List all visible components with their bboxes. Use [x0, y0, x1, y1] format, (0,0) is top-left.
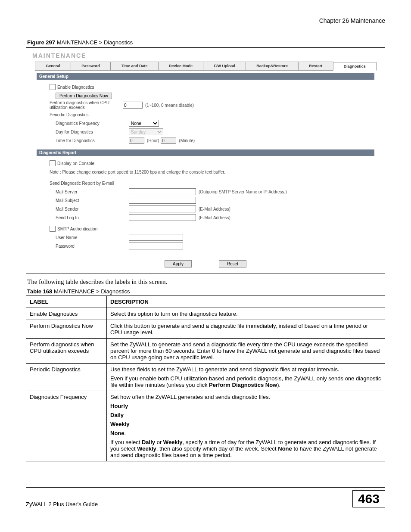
tab-bar: General Password Time and Date Device Mo…: [35, 62, 376, 71]
td-label: Diagnostics Frequency: [26, 391, 107, 461]
body-text: The following table describes the labels…: [27, 278, 385, 286]
mail-subject-label: Mail Subject: [50, 198, 129, 203]
td-label: Perform Diagnostics Now: [26, 320, 107, 339]
desc-p2: Even if you enable both CPU utilization-…: [110, 375, 381, 388]
tab-diagnostics[interactable]: Diagnostics: [333, 62, 377, 71]
freq-select[interactable]: None: [129, 120, 159, 127]
panel-body: General Setup Enable Diagnostics Perform…: [37, 73, 374, 268]
table-title: MAINTENANCE > Diagnostics: [52, 288, 130, 295]
td-desc: Set how often the ZyWALL generates and s…: [107, 391, 385, 461]
tab-backup-restore[interactable]: Backup&Restore: [246, 62, 299, 70]
diagnostic-report-bar: Diagnostic Report: [37, 149, 374, 156]
apply-button[interactable]: Apply: [165, 260, 192, 268]
cpu-util-input[interactable]: [123, 102, 143, 109]
mail-server-label: Mail Server: [50, 190, 129, 194]
opt-none: None: [110, 430, 125, 436]
enable-diagnostics-label: Enable Diagnostics: [57, 85, 94, 90]
hour-hint: (Hour): [147, 138, 159, 143]
reset-button[interactable]: Reset: [219, 260, 246, 268]
t-strong: Weekly: [137, 445, 156, 452]
time-min-input[interactable]: [161, 137, 176, 144]
screenshot-panel: MAINTENANCE General Password Time and Da…: [26, 47, 385, 274]
opt-weekly: Weekly: [110, 421, 130, 427]
enable-diagnostics-checkbox[interactable]: [50, 84, 56, 90]
display-console-label: Display on Console: [57, 161, 94, 166]
figure-caption: Figure 297 MAINTENANCE > Diagnostics: [27, 39, 385, 46]
mail-sender-label: Mail Sender: [50, 207, 129, 212]
mail-server-hint: (Outgoing SMTP Server Name or IP Address…: [199, 190, 287, 194]
t: ).: [277, 382, 280, 388]
perform-diagnostics-now-button[interactable]: Perform Diagnostics Now: [56, 93, 112, 99]
tab-password[interactable]: Password: [71, 62, 111, 70]
th-label: LABEL: [26, 296, 107, 308]
figure-number: Figure 297: [27, 39, 55, 46]
table-row: Enable Diagnostics Select this option to…: [26, 308, 385, 320]
send-log-hint: (E-Mail Address): [199, 215, 230, 220]
periodic-diag-label: Periodic Diagnostics: [50, 112, 123, 117]
username-label: User Name: [50, 235, 129, 240]
password-input[interactable]: [129, 243, 183, 249]
display-console-checkbox[interactable]: [50, 160, 56, 166]
th-description: DESCRIPTION: [107, 296, 385, 308]
day-select[interactable]: Sunday: [129, 128, 163, 135]
send-log-input[interactable]: [129, 214, 196, 221]
desc-p2: If you select Daily or Weekly, specify a…: [110, 439, 381, 458]
td-desc: Use these fields to set the ZyWALL to ge…: [107, 364, 385, 391]
t: , then also specify which day of the wee…: [156, 445, 278, 452]
footer-page-number: 463: [352, 490, 385, 507]
td-label: Perform diagnostics when CPU utilization…: [26, 339, 107, 364]
cpu-util-label: Perform diagnostics when CPU utilization…: [50, 100, 123, 110]
general-setup-body: Enable Diagnostics Perform Diagnostics N…: [37, 80, 374, 147]
tab-restart[interactable]: Restart: [298, 62, 333, 70]
password-label: Password: [50, 244, 129, 249]
t-strong: Perform Diagnostics Now: [209, 382, 277, 388]
tab-fw-upload[interactable]: F/W Upload: [203, 62, 246, 70]
chapter-header: Chapter 26 Maintenance: [26, 17, 385, 24]
table-row: Periodic Diagnostics Use these fields to…: [26, 364, 385, 391]
t: or: [155, 439, 163, 445]
td-desc: Select this option to turn on the diagno…: [107, 308, 385, 320]
send-log-label: Send Log to: [50, 215, 129, 220]
desc-p1: Use these fields to set the ZyWALL to ge…: [110, 366, 381, 373]
smtp-auth-label: SMTP Authentication: [57, 227, 97, 231]
mail-sender-hint: (E-Mail Address): [199, 207, 230, 212]
opt-hourly: Hourly: [110, 403, 128, 409]
smtp-auth-checkbox[interactable]: [50, 226, 56, 232]
day-label: Day for Diagnostics: [50, 130, 129, 134]
table-row: Perform diagnostics when CPU utilization…: [26, 339, 385, 364]
table-row: Diagnostics Frequency Set how often the …: [26, 391, 385, 461]
td-label: Periodic Diagnostics: [26, 364, 107, 391]
maintenance-title: MAINTENANCE: [32, 52, 380, 59]
minute-hint: (Minute): [179, 138, 195, 143]
table-row: Perform Diagnostics Now Click this butto…: [26, 320, 385, 339]
mail-subject-input[interactable]: [129, 197, 196, 204]
send-report-email-label: Send Diagnostic Report by E-mail: [50, 181, 114, 186]
description-table: LABEL DESCRIPTION Enable Diagnostics Sel…: [26, 296, 385, 461]
table-number: Table 168: [27, 288, 52, 295]
freq-label: Diagnostics Frequency: [50, 121, 129, 126]
tab-device-mode[interactable]: Device Mode: [158, 62, 203, 70]
button-row: Apply Reset: [37, 260, 374, 268]
top-rule: [26, 26, 385, 26]
td-desc: Click this button to generate and send a…: [107, 320, 385, 339]
t-strong: Daily: [142, 439, 155, 445]
t-strong: Weekly: [163, 439, 183, 445]
time-label: Time for Diagnostics: [50, 138, 129, 143]
tab-general[interactable]: General: [35, 62, 71, 70]
figure-title: MAINTENANCE > Diagnostics: [55, 39, 133, 46]
table-caption: Table 168 MAINTENANCE > Diagnostics: [27, 288, 385, 295]
desc-p1: Set how often the ZyWALL generates and s…: [110, 394, 381, 400]
td-desc: Set the ZyWALL to generate and send a di…: [107, 339, 385, 364]
mail-server-input[interactable]: [129, 188, 196, 195]
cpu-util-hint: (1~100, 0 means disable): [145, 103, 194, 108]
opt-daily: Daily: [110, 412, 124, 418]
diagnostic-report-body: Display on Console Note : Please change …: [37, 156, 374, 252]
tab-time-date[interactable]: Time and Date: [110, 62, 159, 70]
general-setup-bar: General Setup: [37, 73, 374, 80]
page-footer: ZyWALL 2 Plus User's Guide 463: [26, 487, 385, 507]
t-strong: None: [278, 445, 292, 452]
time-hour-input[interactable]: [129, 137, 144, 144]
td-label: Enable Diagnostics: [26, 308, 107, 320]
mail-sender-input[interactable]: [129, 205, 196, 212]
username-input[interactable]: [129, 234, 183, 241]
